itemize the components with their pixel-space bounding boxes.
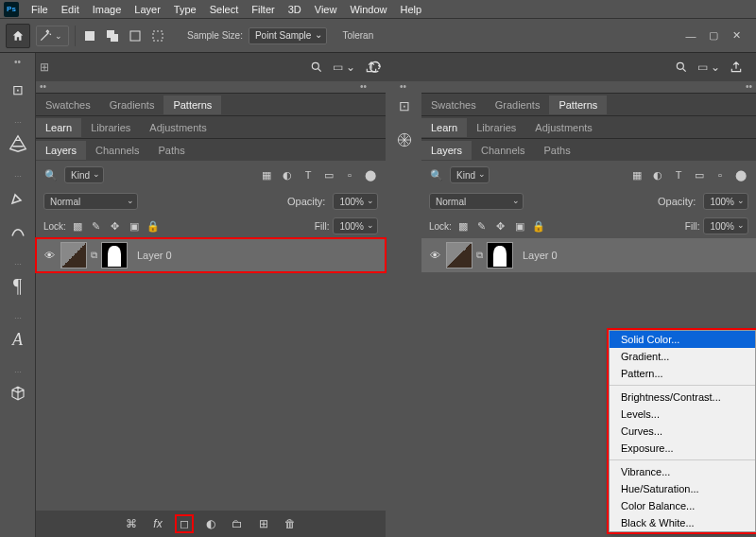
tool-glyph[interactable]: A xyxy=(3,324,33,355)
search-icon-2[interactable] xyxy=(675,61,688,74)
dock-frame-icon[interactable]: ⊡ xyxy=(399,98,410,113)
tool-pen[interactable] xyxy=(3,182,33,213)
close-button[interactable]: ✕ xyxy=(730,29,743,43)
filter-adjust-icon[interactable]: ◐ xyxy=(280,167,295,182)
tab-gradients-b[interactable]: Gradients xyxy=(486,95,550,114)
tool-dodge[interactable] xyxy=(3,129,33,159)
selection-subtract-icon[interactable] xyxy=(125,26,146,46)
layer-name-b[interactable]: Layer 0 xyxy=(523,250,558,261)
group-icon[interactable]: 🗀 xyxy=(230,516,245,531)
dock-wheel-icon[interactable] xyxy=(395,130,414,149)
menu-levels[interactable]: Levels... xyxy=(610,406,755,423)
menu-view[interactable]: View xyxy=(308,2,344,17)
blend-mode-dropdown[interactable]: Normal xyxy=(43,193,138,210)
tab-adjustments-b[interactable]: Adjustments xyxy=(525,118,602,137)
menu-brightness[interactable]: Brightness/Contrast... xyxy=(610,389,755,406)
menu-select[interactable]: Select xyxy=(203,2,246,17)
search-icon[interactable] xyxy=(310,61,323,74)
lock-move-icon[interactable]: ✥ xyxy=(108,218,123,234)
lock-transparency-icon[interactable]: ▩ xyxy=(70,218,85,234)
filter-adjust-icon-b[interactable]: ◐ xyxy=(650,167,665,182)
visibility-icon[interactable]: 👁 xyxy=(42,250,57,261)
menu-layer[interactable]: Layer xyxy=(128,2,167,17)
lock-artboard-icon-b[interactable]: ▣ xyxy=(512,218,527,234)
layer-name[interactable]: Layer 0 xyxy=(137,250,172,261)
menu-file[interactable]: File xyxy=(25,2,55,17)
minimize-button[interactable]: — xyxy=(684,29,697,43)
mask-button-icon[interactable]: ◻ xyxy=(177,516,192,531)
menu-hue[interactable]: Hue/Saturation... xyxy=(610,480,755,497)
opacity-value[interactable]: 100% xyxy=(333,193,378,210)
tab-patterns[interactable]: Patterns xyxy=(163,95,221,114)
filter-smart-icon[interactable]: ▫ xyxy=(342,167,357,182)
menu-exposure[interactable]: Exposure... xyxy=(610,440,755,457)
filter-toggle-icon-b[interactable]: ⬤ xyxy=(733,167,748,182)
restore-button[interactable]: ▢ xyxy=(707,29,720,43)
new-layer-icon[interactable]: ⊞ xyxy=(256,516,271,531)
filter-toggle-icon[interactable]: ⬤ xyxy=(363,167,378,182)
menu-vibrance[interactable]: Vibrance... xyxy=(610,463,755,480)
undo-icon[interactable] xyxy=(368,60,383,75)
tab-learn-b[interactable]: Learn xyxy=(421,118,467,137)
mask-link-icon[interactable]: ⧉ xyxy=(91,250,97,261)
lock-all-icon-b[interactable]: 🔒 xyxy=(531,218,546,234)
trash-icon[interactable]: 🗑 xyxy=(283,516,298,531)
lock-all-icon[interactable]: 🔒 xyxy=(146,218,161,234)
filter-search-icon[interactable]: 🔍 xyxy=(43,167,59,182)
fill-value-b[interactable]: 100% xyxy=(703,217,748,234)
tool-frame[interactable]: ⊡ xyxy=(3,75,33,105)
tool-wand-button[interactable]: ⌄ xyxy=(36,26,69,46)
filter-smart-icon-b[interactable]: ▫ xyxy=(713,167,728,182)
sample-size-dropdown[interactable]: Point Sample xyxy=(249,27,327,44)
menu-pattern[interactable]: Pattern... xyxy=(610,365,755,382)
tab-swatches[interactable]: Swatches xyxy=(36,95,100,114)
tab-learn[interactable]: Learn xyxy=(36,118,81,137)
filter-shape-icon-b[interactable]: ▭ xyxy=(692,167,707,182)
filter-type-icon[interactable]: T xyxy=(301,167,316,182)
menu-gradient[interactable]: Gradient... xyxy=(610,348,755,365)
layer-thumbnail[interactable] xyxy=(60,242,87,268)
mask-thumbnail-b[interactable] xyxy=(487,242,513,268)
selection-add-icon[interactable] xyxy=(102,26,123,46)
adjustment-layer-icon[interactable]: ◐ xyxy=(203,516,218,531)
fill-value[interactable]: 100% xyxy=(333,217,378,234)
fx-icon[interactable]: fx xyxy=(150,516,165,531)
lock-transparency-icon-b[interactable]: ▩ xyxy=(455,218,471,234)
menu-filter[interactable]: Filter xyxy=(245,2,281,17)
layer-row[interactable]: 👁 ⧉ Layer 0 xyxy=(36,238,386,272)
filter-kind-dropdown[interactable]: Kind xyxy=(64,166,104,183)
menu-edit[interactable]: Edit xyxy=(55,2,86,17)
menu-image[interactable]: Image xyxy=(86,2,129,17)
menu-window[interactable]: Window xyxy=(343,2,393,17)
mask-thumbnail[interactable] xyxy=(101,242,128,268)
filter-kind-dropdown-b[interactable]: Kind xyxy=(450,166,490,183)
lock-move-icon-b[interactable]: ✥ xyxy=(493,218,508,234)
selection-intersect-icon[interactable] xyxy=(147,26,168,46)
filter-shape-icon[interactable]: ▭ xyxy=(321,167,336,182)
tool-type[interactable]: ¶ xyxy=(3,270,33,301)
ruler-icon[interactable]: ⊞ xyxy=(36,61,55,74)
opacity-value-b[interactable]: 100% xyxy=(703,193,748,210)
tab-adjustments[interactable]: Adjustments xyxy=(140,118,216,137)
selection-new-icon[interactable] xyxy=(79,26,100,46)
lock-artboard-icon[interactable]: ▣ xyxy=(127,218,142,234)
blend-mode-dropdown-b[interactable]: Normal xyxy=(429,193,524,210)
menu-type[interactable]: Type xyxy=(167,2,203,17)
link-layers-icon[interactable]: ⌘ xyxy=(124,516,139,531)
tool-3d[interactable] xyxy=(3,378,33,408)
tab-patterns-b[interactable]: Patterns xyxy=(549,95,607,114)
screen-mode-icon-2[interactable]: ▭ ⌄ xyxy=(697,61,720,74)
home-button[interactable] xyxy=(6,24,30,48)
screen-mode-icon[interactable]: ▭ ⌄ xyxy=(333,61,355,74)
mask-link-icon-b[interactable]: ⧉ xyxy=(476,250,483,261)
tab-libraries[interactable]: Libraries xyxy=(81,118,140,137)
lock-brush-icon-b[interactable]: ✎ xyxy=(474,218,490,234)
layer-row-b[interactable]: 👁 ⧉ Layer 0 xyxy=(421,238,756,272)
menu-curves[interactable]: Curves... xyxy=(610,423,755,440)
layer-thumbnail-b[interactable] xyxy=(446,242,472,268)
visibility-icon-b[interactable]: 👁 xyxy=(427,250,442,261)
tab-layers[interactable]: Layers xyxy=(36,141,86,160)
lock-brush-icon[interactable]: ✎ xyxy=(89,218,104,234)
tab-paths-b[interactable]: Paths xyxy=(535,141,580,160)
menu-help[interactable]: Help xyxy=(394,2,429,17)
